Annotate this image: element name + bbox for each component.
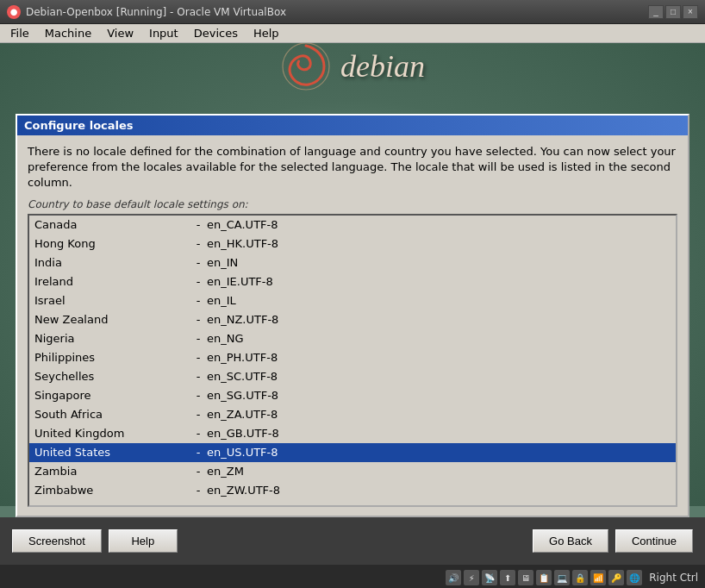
taskbar-icon-5[interactable]: 🖥 [518, 570, 533, 585]
help-button[interactable]: Help [109, 529, 178, 553]
locale-item[interactable]: India-en_IN [29, 253, 676, 272]
taskbar-icons: 🔊 ⚡ 📡 ⬆ 🖥 📋 💻 🔒 📶 🔑 🌐 [446, 570, 642, 585]
taskbar-icon-8[interactable]: 🔒 [572, 570, 588, 585]
locale-country: Philippines [34, 351, 190, 364]
locale-country: Seychelles [34, 370, 190, 383]
locale-dash: - [190, 332, 207, 345]
dialog-title: Configure locales [17, 116, 688, 135]
locale-country: Israel [34, 294, 190, 307]
taskbar: 🔊 ⚡ 📡 ⬆ 🖥 📋 💻 🔒 📶 🔑 🌐 Right Ctrl [0, 565, 705, 588]
locale-item[interactable]: Zambia-en_ZM [29, 462, 676, 481]
locale-item[interactable]: Singapore-en_SG.UTF-8 [29, 386, 676, 405]
go-back-button[interactable]: Go Back [533, 529, 608, 553]
locale-code: en_IN [207, 256, 671, 269]
taskbar-icon-11[interactable]: 🌐 [627, 570, 642, 585]
taskbar-icon-2[interactable]: ⚡ [464, 570, 479, 585]
taskbar-icon-4[interactable]: ⬆ [500, 570, 515, 585]
taskbar-icon-6[interactable]: 📋 [536, 570, 552, 585]
locale-item[interactable]: South Africa-en_ZA.UTF-8 [29, 405, 676, 424]
right-ctrl-label: Right Ctrl [649, 572, 698, 584]
bottom-right-buttons: Go Back Continue [533, 529, 693, 553]
menu-bar: File Machine View Input Devices Help [0, 24, 705, 43]
locale-country: Nigeria [34, 332, 190, 345]
locale-dash: - [190, 294, 207, 307]
locale-country: Zambia [34, 465, 190, 478]
locale-dash: - [190, 427, 207, 440]
locale-item[interactable]: Israel-en_IL [29, 291, 676, 310]
locale-dash: - [190, 256, 207, 269]
taskbar-icon-10[interactable]: 🔑 [608, 570, 624, 585]
taskbar-icon-7[interactable]: 💻 [554, 570, 570, 585]
locale-code: en_HK.UTF-8 [207, 237, 671, 250]
locale-item[interactable]: United States-en_US.UTF-8 [29, 443, 676, 462]
app-icon: ● [7, 5, 21, 19]
locale-code: en_IE.UTF-8 [207, 275, 671, 288]
dialog-body: There is no locale defined for the combi… [17, 135, 688, 516]
bottom-left-buttons: Screenshot Help [12, 529, 178, 553]
maximize-button[interactable]: □ [665, 5, 681, 19]
locale-item[interactable]: Canada-en_CA.UTF-8 [29, 216, 676, 235]
window-title: Debian-Openbox [Running] - Oracle VM Vir… [26, 6, 286, 18]
locale-item[interactable]: United Kingdom-en_GB.UTF-8 [29, 424, 676, 443]
locale-code: en_US.UTF-8 [207, 446, 671, 459]
locale-list-container: Canada-en_CA.UTF-8Hong Kong-en_HK.UTF-8I… [28, 214, 677, 507]
title-bar-left: ● Debian-Openbox [Running] - Oracle VM V… [7, 5, 286, 19]
locale-code: en_ZA.UTF-8 [207, 408, 671, 421]
locale-item[interactable]: Hong Kong-en_HK.UTF-8 [29, 235, 676, 253]
locale-list[interactable]: Canada-en_CA.UTF-8Hong Kong-en_HK.UTF-8I… [29, 216, 676, 505]
dialog-description: There is no locale defined for the combi… [28, 144, 677, 191]
locale-dash: - [190, 408, 207, 421]
configure-locales-dialog: Configure locales There is no locale def… [16, 114, 689, 517]
locale-country: Ireland [34, 275, 190, 288]
locale-country: United States [34, 446, 190, 459]
locale-country: Singapore [34, 389, 190, 402]
locale-item[interactable]: Zimbabwe-en_ZW.UTF-8 [29, 481, 676, 500]
locale-country: Zimbabwe [34, 484, 190, 497]
taskbar-icon-3[interactable]: 📡 [482, 570, 497, 585]
title-bar-controls: _ □ × [648, 5, 698, 19]
locale-code: en_SC.UTF-8 [207, 370, 671, 383]
screenshot-button[interactable]: Screenshot [12, 529, 102, 553]
menu-input[interactable]: Input [142, 25, 185, 41]
taskbar-icon-9[interactable]: 📶 [590, 570, 606, 585]
bottom-bar: Screenshot Help Go Back Continue [0, 517, 705, 565]
locale-country: Canada [34, 218, 190, 231]
locale-code: en_PH.UTF-8 [207, 351, 671, 364]
menu-devices[interactable]: Devices [187, 25, 245, 41]
locale-item[interactable]: Seychelles-en_SC.UTF-8 [29, 367, 676, 386]
locale-country: India [34, 256, 190, 269]
locale-dash: - [190, 484, 207, 497]
locale-code: en_IL [207, 294, 671, 307]
locale-dash: - [190, 465, 207, 478]
locale-item[interactable]: Philippines-en_PH.UTF-8 [29, 348, 676, 367]
locale-dash: - [190, 313, 207, 326]
locale-country: United Kingdom [34, 427, 190, 440]
debian-logo-text: debian [340, 48, 425, 84]
vm-content: debian Configure locales There is no loc… [0, 43, 705, 517]
locale-code: en_ZM [207, 465, 671, 478]
locale-code: en_NG [207, 332, 671, 345]
locale-country: Hong Kong [34, 237, 190, 250]
locale-item[interactable]: Ireland-en_IE.UTF-8 [29, 272, 676, 291]
locale-item[interactable]: New Zealand-en_NZ.UTF-8 [29, 310, 676, 329]
locale-code: en_GB.UTF-8 [207, 427, 671, 440]
locale-dash: - [190, 389, 207, 402]
locale-dash: - [190, 351, 207, 364]
title-bar: ● Debian-Openbox [Running] - Oracle VM V… [0, 0, 705, 24]
menu-machine[interactable]: Machine [38, 25, 98, 41]
taskbar-icon-1[interactable]: 🔊 [446, 570, 461, 585]
minimize-button[interactable]: _ [648, 5, 664, 19]
close-button[interactable]: × [683, 5, 698, 19]
locale-dash: - [190, 237, 207, 250]
locale-item[interactable]: Nigeria-en_NG [29, 329, 676, 348]
menu-view[interactable]: View [100, 25, 140, 41]
locale-dash: - [190, 446, 207, 459]
locale-code: en_ZW.UTF-8 [207, 484, 671, 497]
continue-button[interactable]: Continue [615, 529, 693, 553]
locale-country: New Zealand [34, 313, 190, 326]
locale-dash: - [190, 218, 207, 231]
menu-file[interactable]: File [3, 25, 36, 41]
locale-code: en_NZ.UTF-8 [207, 313, 671, 326]
locale-dash: - [190, 370, 207, 383]
menu-help[interactable]: Help [246, 25, 286, 41]
